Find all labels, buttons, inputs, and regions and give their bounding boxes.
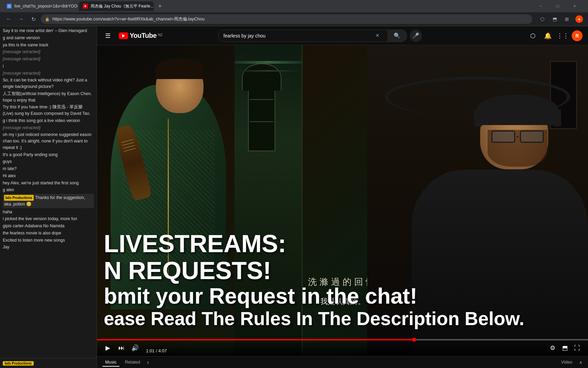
tab-2[interactable]: 周杰倫 Jay Chou《無元平 Fearle... ✕ xyxy=(79,1,154,11)
volume-button[interactable]: 🔊 xyxy=(130,342,141,353)
browser-chrome: G live_chat?is_popout=1&v=8drYOOqiUN8 - … xyxy=(0,0,588,26)
chat-message: hey Alex, we're just started the first s… xyxy=(3,180,94,186)
chat-bottom-user: bds Productions xyxy=(0,358,97,368)
yt-logo-country: NZ xyxy=(158,33,162,37)
glasses-right-lens xyxy=(520,131,544,143)
screenshot-btn[interactable]: ⬒ xyxy=(550,14,559,24)
browser-actions: ⬡ ⬒ ⊞ ● xyxy=(538,14,584,24)
chat-message: guys xyxy=(3,158,94,165)
yt-logo-text: YouTube xyxy=(130,32,157,40)
refresh-button[interactable]: ↻ xyxy=(29,14,38,24)
chat-message: the fearless movie is also dope xyxy=(3,230,94,236)
theater-button[interactable]: ⬒ xyxy=(559,342,570,353)
tab-bar: G live_chat?is_popout=1&v=8drYOOqiUN8 - … xyxy=(0,0,588,12)
streamer-head xyxy=(480,101,555,183)
yt-search-container: × 🔍 🎤 xyxy=(218,30,422,42)
webcam-overlay xyxy=(367,45,588,356)
chat-message: [message retracted] xyxy=(3,125,94,131)
mic-button[interactable]: 🎤 xyxy=(410,30,422,42)
headphone-right-ear xyxy=(553,109,561,126)
yt-avatar[interactable]: R xyxy=(572,30,583,41)
chat-message: m late? xyxy=(3,166,94,172)
play-button[interactable]: ▶ xyxy=(102,342,113,353)
chat-message: Hi alex xyxy=(3,173,94,179)
instrument-strings xyxy=(121,139,145,186)
window-controls: − □ × xyxy=(533,0,585,12)
chat-message: oh my i just noticed someone suggested e… xyxy=(3,132,94,151)
chat-message: g alex xyxy=(3,187,94,193)
yt-cast-button[interactable]: ⬡ xyxy=(527,30,539,42)
cast-btn[interactable]: ⬡ xyxy=(538,14,547,24)
video-chinese-subtitle: 我是认真的。 xyxy=(320,296,365,307)
youtube-area: ☰ YouTube NZ × 🔍 🎤 ⬡ 🔔 xyxy=(97,26,588,368)
yt-apps-button[interactable]: ⋮⋮ xyxy=(557,30,569,42)
time-total: 4:07 xyxy=(158,348,167,353)
performer-head xyxy=(146,59,214,134)
profile-btn[interactable]: ● xyxy=(574,14,584,24)
chat-message: So, it can be track without video right?… xyxy=(3,77,94,90)
instrument-body xyxy=(114,124,153,201)
chat-message: bds ProductionsThanks for the suggestion… xyxy=(3,194,94,208)
forward-button[interactable]: → xyxy=(16,14,26,24)
time-current: 1:01 xyxy=(146,348,154,353)
performer-hair xyxy=(156,59,203,79)
minimize-button[interactable]: − xyxy=(533,0,549,12)
chat-message: gipis carter-Adabana No Namida xyxy=(3,223,94,229)
video-controls: ▶ ⏭ 🔊 1:01 / 4:07 ⚙ ⬒ ⛶ xyxy=(97,339,588,356)
address-bar[interactable]: 🔒 https://www.youtube.com/watch?v=wr-6wt… xyxy=(41,14,532,24)
chat-message: i xyxy=(3,63,94,70)
chat-message: It's a good Party ending song xyxy=(3,152,94,158)
yt-notifications-button[interactable]: 🔔 xyxy=(542,30,554,42)
tab-related[interactable]: Related xyxy=(122,358,143,367)
tab-video[interactable]: Video xyxy=(558,358,575,367)
webcam-background xyxy=(367,45,588,356)
search-icon: 🔍 xyxy=(394,32,401,39)
hamburger-button[interactable]: ☰ xyxy=(102,29,113,42)
tab-1-label: live_chat?is_popout=1&v=8drYOOqiUN8 - Go… xyxy=(14,4,78,9)
streamer-beanie xyxy=(477,94,558,125)
yt-header: ☰ YouTube NZ × 🔍 🎤 ⬡ 🔔 xyxy=(97,26,588,45)
chat-messages: Say it to me now artist den' – Glen Hans… xyxy=(0,26,97,368)
tab-scroll-up[interactable]: ∧ xyxy=(579,360,583,365)
headphone-left-ear xyxy=(474,109,482,126)
yt-header-actions: ⬡ 🔔 ⋮⋮ R xyxy=(527,30,583,42)
chat-message: 人工智能(artificial Intelligence) by Eason C… xyxy=(3,91,94,104)
streamer-glasses xyxy=(486,130,549,143)
video-frame: 洗滌過的回憶 我是认真的。 xyxy=(97,45,588,356)
performer-area xyxy=(97,45,367,309)
video-player[interactable]: 洗滌過的回憶 我是认真的。 xyxy=(97,45,588,356)
new-tab-button[interactable]: + xyxy=(155,1,165,11)
tab-1-favicon: G xyxy=(7,4,12,9)
yt-logo[interactable]: YouTube NZ xyxy=(119,32,162,40)
back-button[interactable]: ← xyxy=(4,14,14,24)
close-button[interactable]: × xyxy=(567,0,583,12)
chat-message: i picked the live version today, more fu… xyxy=(3,216,94,222)
fullscreen-button[interactable]: ⛶ xyxy=(572,342,583,353)
tab-more-button[interactable]: › xyxy=(147,359,149,366)
tab-2-label: 周杰倫 Jay Chou《無元平 Fearle... xyxy=(91,3,153,9)
search-button[interactable]: 🔍 xyxy=(388,30,407,42)
mic-icon: 🎤 xyxy=(412,32,419,39)
chat-message: [message retracted] xyxy=(3,70,94,77)
settings-button[interactable]: ⚙ xyxy=(547,342,558,353)
next-button[interactable]: ⏭ xyxy=(116,342,127,353)
tab-2-favicon xyxy=(83,4,88,9)
chat-message: Say it to me now artist den' – Glen Hans… xyxy=(3,28,94,34)
search-clear-button[interactable]: × xyxy=(376,32,379,39)
tab-1[interactable]: G live_chat?is_popout=1&v=8drYOOqiUN8 - … xyxy=(3,1,78,11)
chat-message: Try this if you have time :) 陳奕迅 - 單反樂 (… xyxy=(3,104,94,117)
chat-message: Excited to listen more new songs xyxy=(3,237,94,244)
chat-panel: Say it to me now artist den' – Glen Hans… xyxy=(0,26,97,368)
nav-bar: ← → ↻ 🔒 https://www.youtube.com/watch?v=… xyxy=(0,12,588,26)
maximize-button[interactable]: □ xyxy=(550,0,566,12)
time-display: 1:01 / 4:07 xyxy=(146,348,167,353)
yt-search-bar: × xyxy=(218,30,388,42)
chat-message: Jay xyxy=(3,244,94,250)
url-text: https://www.youtube.com/watch?v=wr-6wt8R… xyxy=(52,16,205,22)
video-content: 洗滌過的回憶 我是认真的。 xyxy=(97,45,588,356)
glasses-bridge xyxy=(517,136,519,137)
tab-music[interactable]: Music xyxy=(102,358,119,367)
yt-logo-icon xyxy=(119,32,128,39)
extensions-btn[interactable]: ⊞ xyxy=(562,14,572,24)
yt-search-input[interactable] xyxy=(224,33,376,39)
